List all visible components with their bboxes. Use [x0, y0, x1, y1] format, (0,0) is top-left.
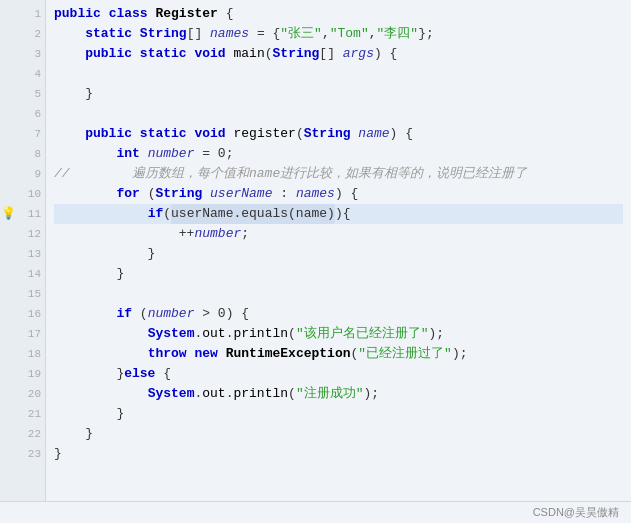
- line-number: 22: [28, 424, 41, 444]
- token-normal: (: [288, 324, 296, 344]
- token-classname: Register: [155, 4, 217, 24]
- token-normal: ) {: [390, 124, 413, 144]
- token-normal: ++: [54, 224, 194, 244]
- token-normal: [202, 184, 210, 204]
- token-normal: [187, 344, 195, 364]
- token-method: out: [202, 324, 225, 344]
- bp-line: [0, 144, 16, 164]
- token-kw: void: [194, 44, 225, 64]
- token-kw: if: [148, 204, 164, 224]
- token-method: println: [233, 324, 288, 344]
- code-editor: 💡 1234567891011121314151617181920212223 …: [0, 0, 631, 523]
- line-number: 23: [28, 444, 41, 464]
- token-normal: (: [288, 384, 296, 404]
- line-number: 15: [28, 284, 41, 304]
- token-varname: number: [148, 304, 195, 324]
- token-normal: ;: [241, 224, 249, 244]
- code-line: [54, 284, 623, 304]
- bp-line: [0, 384, 16, 404]
- line-number: 2: [34, 24, 41, 44]
- token-string: "Tom": [330, 24, 369, 44]
- token-normal: > 0) {: [194, 304, 249, 324]
- bp-line: [0, 304, 16, 324]
- bp-line: [0, 44, 16, 64]
- bp-line: [0, 444, 16, 464]
- line-number: 21: [28, 404, 41, 424]
- token-normal: [132, 124, 140, 144]
- token-normal: [187, 124, 195, 144]
- token-kw: public: [54, 4, 101, 24]
- code-line: [54, 104, 623, 124]
- token-normal: }: [54, 424, 93, 444]
- footer: CSDN@吴昊傲精: [0, 501, 631, 523]
- token-normal: (: [296, 124, 304, 144]
- token-normal: [101, 4, 109, 24]
- bp-line: [0, 84, 16, 104]
- token-normal: );: [364, 384, 380, 404]
- token-varname: names: [296, 184, 335, 204]
- line-number: 17: [28, 324, 41, 344]
- token-normal: ,: [369, 24, 377, 44]
- token-normal: }: [54, 444, 62, 464]
- bp-line: [0, 424, 16, 444]
- line-numbers: 1234567891011121314151617181920212223: [16, 0, 46, 501]
- token-normal: };: [418, 24, 434, 44]
- token-kw: else: [124, 364, 155, 384]
- token-type: String: [304, 124, 351, 144]
- code-line: static String[] names = {"张三","Tom","李四"…: [54, 24, 623, 44]
- line-number: 12: [28, 224, 41, 244]
- bp-line: [0, 324, 16, 344]
- token-normal: [140, 144, 148, 164]
- token-normal: [54, 24, 85, 44]
- code-line: }: [54, 404, 623, 424]
- bp-line: [0, 264, 16, 284]
- code-line: // 遍历数组，每个值和name进行比较，如果有相等的，说明已经注册了: [54, 164, 623, 184]
- token-type: System: [148, 324, 195, 344]
- token-normal: [226, 44, 234, 64]
- line-number: 14: [28, 264, 41, 284]
- line-number: 9: [34, 164, 41, 184]
- token-normal: :: [272, 184, 295, 204]
- token-varname: number: [148, 144, 195, 164]
- code-area: 💡 1234567891011121314151617181920212223 …: [0, 0, 631, 501]
- bp-line: [0, 224, 16, 244]
- token-normal: (: [351, 344, 359, 364]
- token-normal: (: [140, 184, 156, 204]
- code-line: int number = 0;: [54, 144, 623, 164]
- code-line: public static void register(String name)…: [54, 124, 623, 144]
- token-type: System: [148, 384, 195, 404]
- token-normal: [54, 344, 148, 364]
- token-normal: [187, 44, 195, 64]
- code-line: public class Register {: [54, 4, 623, 24]
- token-normal: [54, 204, 148, 224]
- code-line: }: [54, 424, 623, 444]
- token-normal: .: [226, 324, 234, 344]
- code-content: public class Register { static String[] …: [46, 0, 631, 501]
- token-normal: = 0;: [194, 144, 233, 164]
- watermark: CSDN@吴昊傲精: [533, 505, 619, 520]
- token-normal: [351, 124, 359, 144]
- bp-line: 💡: [0, 204, 16, 224]
- token-normal: }: [54, 264, 124, 284]
- code-line: throw new RuntimeException("已经注册过了");: [54, 344, 623, 364]
- token-type: String: [155, 184, 202, 204]
- token-kw: static: [85, 24, 132, 44]
- token-normal: }: [54, 404, 124, 424]
- token-highlighted_text: userName.equals(name): [171, 204, 335, 224]
- token-varname: args: [343, 44, 374, 64]
- line-number: 6: [34, 104, 41, 124]
- token-classname: RuntimeException: [226, 344, 351, 364]
- token-normal: [54, 304, 116, 324]
- token-method: println: [233, 384, 288, 404]
- token-normal: (: [132, 304, 148, 324]
- token-kw: for: [116, 184, 139, 204]
- bp-line: [0, 404, 16, 424]
- line-number: 4: [34, 64, 41, 84]
- token-normal: [132, 44, 140, 64]
- token-varname: userName: [210, 184, 272, 204]
- code-line: System.out.println("注册成功");: [54, 384, 623, 404]
- bp-line: [0, 124, 16, 144]
- token-normal: );: [452, 344, 468, 364]
- code-line: }: [54, 244, 623, 264]
- token-normal: }: [54, 244, 155, 264]
